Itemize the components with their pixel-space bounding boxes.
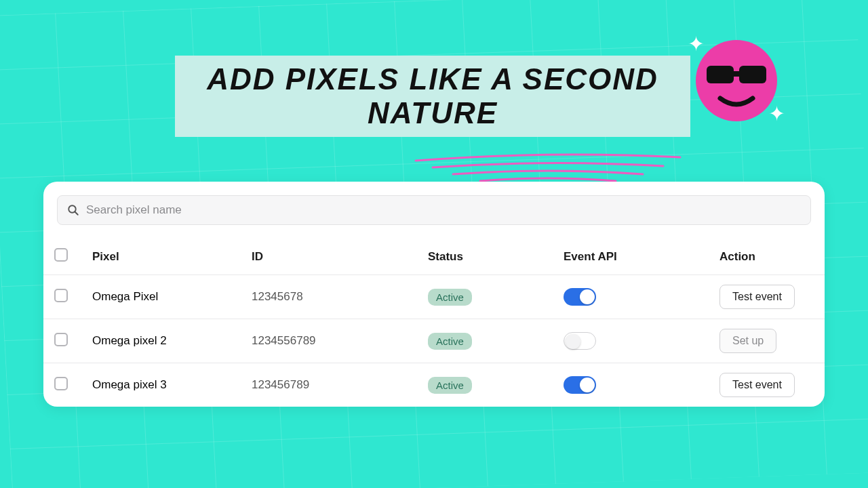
svg-rect-2 [739, 66, 766, 83]
column-header-action: Action [709, 239, 825, 275]
table-row: Omega pixel 21234556789ActiveSet up [43, 319, 825, 363]
svg-rect-3 [732, 71, 741, 77]
row-checkbox[interactable] [54, 333, 68, 346]
cool-emoji-icon: ✦ ✦ [693, 37, 780, 124]
column-header-status: Status [417, 239, 553, 275]
column-header-pixel: Pixel [81, 239, 241, 275]
svg-rect-1 [707, 66, 734, 83]
row-action-button[interactable]: Set up [719, 329, 776, 353]
event-api-toggle[interactable] [564, 332, 596, 350]
search-bar[interactable] [57, 195, 811, 225]
pixel-name: Omega Pixel [81, 275, 241, 319]
pixel-table: Pixel ID Status Event API Action Omega P… [43, 239, 825, 407]
pixel-id: 1234556789 [241, 319, 417, 363]
pixel-table-card: Pixel ID Status Event API Action Omega P… [43, 182, 825, 407]
search-icon [67, 204, 79, 216]
status-badge: Active [428, 289, 472, 306]
sparkle-icon: ✦ [768, 102, 785, 125]
row-checkbox[interactable] [54, 377, 68, 390]
svg-line-5 [75, 211, 78, 215]
pixel-id: 12345678 [241, 275, 417, 319]
pixel-name: Omega pixel 3 [81, 363, 241, 407]
page-headline: ADD PIXELS LIKE A SECOND NATURE [175, 56, 690, 137]
pixel-name: Omega pixel 2 [81, 319, 241, 363]
table-row: Omega Pixel12345678ActiveTest event [43, 275, 825, 319]
event-api-toggle[interactable] [564, 376, 596, 394]
column-header-event-api: Event API [553, 239, 709, 275]
event-api-toggle[interactable] [564, 288, 596, 306]
headline-container: ADD PIXELS LIKE A SECOND NATURE [175, 56, 690, 137]
select-all-checkbox[interactable] [54, 248, 68, 262]
sparkle-icon: ✦ [688, 32, 705, 56]
row-checkbox[interactable] [54, 289, 68, 302]
row-action-button[interactable]: Test event [719, 285, 795, 309]
column-header-id: ID [241, 239, 417, 275]
table-row: Omega pixel 3123456789ActiveTest event [43, 363, 825, 407]
pixel-id: 123456789 [241, 363, 417, 407]
status-badge: Active [428, 377, 472, 394]
search-input[interactable] [86, 203, 801, 217]
row-action-button[interactable]: Test event [719, 373, 795, 397]
status-badge: Active [428, 333, 472, 350]
